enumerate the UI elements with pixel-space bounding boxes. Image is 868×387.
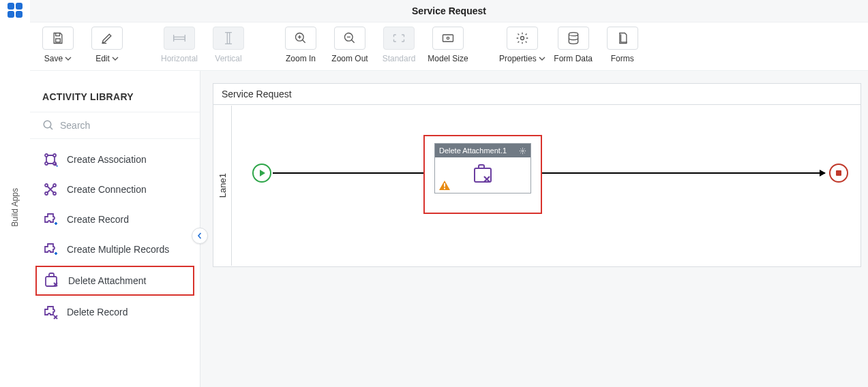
- edit-label: Edit: [95, 54, 110, 63]
- collapse-sidebar-button[interactable]: [192, 228, 208, 244]
- canvas-title: Service Request: [213, 84, 860, 105]
- chevron-left-icon: [196, 232, 203, 239]
- library-item-create-association[interactable]: Create Association: [30, 144, 200, 174]
- svg-point-19: [522, 150, 524, 152]
- puzzle-x-icon: [42, 304, 59, 320]
- gear-icon[interactable]: [519, 147, 526, 155]
- library-item-create-multiple-records[interactable]: Create Multiple Records: [30, 234, 200, 264]
- document-icon: [616, 31, 629, 45]
- standard-zoom-button: Standard: [378, 27, 420, 63]
- library-item-create-connection[interactable]: Create Connection: [30, 174, 200, 204]
- build-apps-tab[interactable]: Build Apps: [10, 188, 20, 227]
- forms-label: Forms: [611, 54, 634, 63]
- library-item-label: Delete Attachment: [68, 275, 146, 287]
- zoom-in-icon: [294, 31, 308, 45]
- vertical-button: Vertical: [207, 27, 250, 63]
- svg-point-17: [53, 192, 56, 195]
- save-button[interactable]: Save: [37, 27, 79, 63]
- svg-point-14: [45, 184, 48, 187]
- svg-rect-1: [174, 37, 185, 39]
- save-label: Save: [44, 54, 63, 63]
- fit-model-icon: [441, 33, 455, 44]
- sidebar-heading: ACTIVITY LIBRARY: [30, 91, 200, 112]
- svg-point-16: [45, 192, 48, 195]
- align-horizontal-icon: [173, 33, 186, 43]
- chevron-down-icon: [112, 57, 119, 61]
- search-input[interactable]: [60, 120, 188, 131]
- chevron-down-icon: [539, 57, 545, 61]
- library-item-label: Delete Record: [67, 306, 128, 318]
- edge-activity-to-end: [542, 172, 825, 174]
- conn-icon: [42, 181, 59, 198]
- left-rail: Build Apps: [0, 0, 30, 387]
- library-item-label: Create Connection: [67, 183, 147, 196]
- svg-rect-2: [227, 33, 229, 44]
- horizontal-button: Horizontal: [158, 27, 200, 63]
- zoom-out-icon: [343, 31, 357, 45]
- standard-label: Standard: [383, 54, 416, 63]
- activity-delete-attachment[interactable]: Delete Attachment.1: [423, 135, 542, 214]
- end-node[interactable]: [829, 164, 848, 183]
- attach-x-icon: [44, 273, 60, 289]
- zoom-out-button[interactable]: Zoom Out: [329, 27, 371, 63]
- activity-library-sidebar: ACTIVITY LIBRARY Create AssociationCreat…: [30, 71, 200, 387]
- database-icon: [567, 31, 580, 45]
- zoom-in-button[interactable]: Zoom In: [280, 27, 322, 63]
- search-icon: [42, 119, 55, 131]
- library-item-create-record[interactable]: Create Record: [30, 204, 200, 234]
- library-item-label: Create Multiple Records: [67, 243, 169, 256]
- warning-icon: [439, 181, 450, 190]
- svg-point-7: [520, 37, 524, 40]
- edit-icon: [100, 31, 114, 45]
- svg-rect-0: [56, 39, 61, 42]
- svg-point-10: [45, 154, 48, 157]
- app-switcher-icon[interactable]: [8, 3, 23, 18]
- svg-point-15: [53, 184, 56, 187]
- align-vertical-icon: [224, 31, 233, 45]
- edge-start-to-activity: [273, 172, 433, 174]
- model-size-button[interactable]: Model Size: [427, 27, 469, 63]
- gear-icon: [515, 31, 529, 45]
- zoom-in-label: Zoom In: [286, 54, 316, 63]
- library-item-delete-record[interactable]: Delete Record: [30, 297, 200, 327]
- model-size-label: Model Size: [428, 54, 468, 63]
- form-data-label: Form Data: [554, 54, 593, 63]
- process-canvas[interactable]: Service Request Lane1 Delete Attachment.…: [213, 83, 861, 267]
- library-item-label: Create Record: [67, 213, 129, 226]
- zoom-out-label: Zoom Out: [331, 54, 368, 63]
- activity-title: Delete Attachment.1: [439, 146, 507, 155]
- vertical-label: Vertical: [215, 54, 241, 63]
- fit-standard-icon: [392, 33, 406, 44]
- page-title: Service Request: [30, 0, 868, 22]
- lane-header[interactable]: Lane1: [214, 106, 232, 266]
- horizontal-label: Horizontal: [161, 54, 198, 63]
- library-item-delete-attachment[interactable]: Delete Attachment: [35, 266, 194, 296]
- svg-point-8: [569, 33, 578, 36]
- puzzle-plus-icon: [42, 241, 59, 258]
- properties-button[interactable]: Properties: [499, 27, 545, 63]
- svg-rect-5: [443, 35, 453, 42]
- edit-button[interactable]: Edit: [86, 27, 128, 63]
- svg-rect-21: [444, 188, 445, 189]
- svg-point-9: [44, 121, 51, 128]
- svg-point-12: [45, 162, 48, 165]
- forms-button[interactable]: Forms: [601, 27, 644, 63]
- svg-rect-20: [444, 183, 445, 187]
- assoc-icon: [42, 151, 59, 168]
- properties-label: Properties: [499, 54, 537, 63]
- attachment-delete-icon: [470, 164, 495, 186]
- form-data-button[interactable]: Form Data: [552, 27, 595, 63]
- toolbar: Save Edit Horizontal: [30, 22, 868, 71]
- svg-point-11: [53, 154, 56, 157]
- svg-point-6: [447, 37, 449, 39]
- library-item-label: Create Association: [67, 153, 147, 166]
- puzzle-plus-icon: [42, 211, 59, 228]
- start-node[interactable]: [252, 164, 271, 183]
- play-icon: [259, 169, 266, 177]
- save-icon: [51, 31, 65, 45]
- chevron-down-icon: [65, 57, 72, 61]
